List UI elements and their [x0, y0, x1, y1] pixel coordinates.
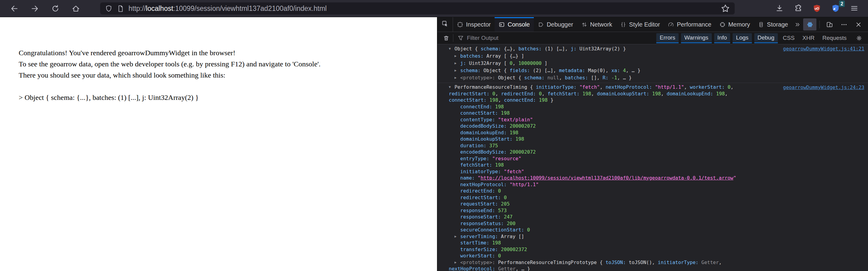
ublock-origin-button[interactable]: uO	[811, 2, 824, 15]
console-token: workerStart:	[690, 84, 727, 90]
download-icon	[775, 4, 784, 13]
console-line: startTime: 198	[437, 240, 868, 246]
shield-icon[interactable]	[105, 5, 113, 12]
tab-storage[interactable]: Storage	[754, 17, 792, 32]
expand-arrow[interactable]: ▶	[455, 259, 460, 266]
indent-spacer	[455, 240, 460, 246]
expand-arrow[interactable]: ▶	[455, 233, 460, 240]
indent-spacer	[455, 103, 460, 110]
console-token: schema:	[481, 46, 504, 52]
back-button[interactable]	[8, 2, 21, 15]
forward-icon	[31, 4, 39, 13]
extension-badge: 2	[839, 1, 845, 7]
indent-spacer	[455, 214, 460, 220]
indent-spacer	[455, 169, 460, 175]
expand-arrow[interactable]: ▶	[455, 67, 460, 74]
url-text[interactable]: http://localhost:10099/session/viewhtml1…	[128, 4, 327, 13]
url-bar[interactable]: http://localhost:10099/session/viewhtml1…	[100, 2, 735, 14]
tab-inspector[interactable]: Inspector	[453, 17, 495, 32]
filter-errors-button[interactable]: Errors	[656, 33, 679, 43]
indent-spacer	[455, 162, 460, 169]
expand-arrow[interactable]: ▼	[449, 84, 455, 91]
filter-info-button[interactable]: Info	[714, 33, 731, 43]
browser-toolbar: http://localhost:10099/session/viewhtml1…	[0, 0, 868, 17]
console-token: ,	[591, 91, 597, 97]
console-line: domainLookupStart: 198	[437, 136, 868, 143]
console-token: PerformanceResourceTiming {	[455, 84, 536, 90]
filter-xhr-button[interactable]: XHR	[803, 35, 815, 41]
extensions-button[interactable]	[792, 2, 805, 15]
filter-logs-button[interactable]: Logs	[733, 33, 752, 43]
extensions-icon	[794, 4, 803, 13]
source-link[interactable]: geoarrowDummyWidget.js:41:21	[783, 46, 864, 52]
console-filterbar: Filter Output ErrorsWarningsInfoLogsDebu…	[437, 32, 868, 44]
app-menu-button[interactable]	[848, 2, 861, 15]
more-tabs-button[interactable]	[792, 17, 803, 32]
resource-url-link[interactable]: http://localhost:10099/session/viewhtml1…	[480, 175, 733, 181]
console-token: 200	[507, 220, 516, 226]
password-manager-icon	[832, 4, 840, 13]
filter-buttons: ErrorsWarningsInfoLogsDebugCSSXHRRequest…	[655, 33, 850, 43]
expand-arrow[interactable]: ▶	[455, 74, 460, 82]
console-token: toJSON(),	[629, 260, 658, 265]
console-token: Object {	[484, 68, 510, 73]
console-token: 0	[510, 60, 513, 66]
clear-console-button[interactable]	[441, 33, 451, 43]
tab-network[interactable]: Network	[577, 17, 616, 32]
tab-style-editor[interactable]: Style Editor	[616, 17, 664, 32]
page-icon[interactable]	[117, 5, 124, 12]
svg-text:uO: uO	[815, 7, 819, 10]
expand-arrow[interactable]: ▶	[455, 60, 460, 67]
reload-button[interactable]	[49, 2, 62, 15]
devtools-panel: InspectorConsoleDebuggerNetworkStyle Edi…	[437, 17, 868, 271]
console-token: responseStart:	[460, 214, 504, 220]
console-line: ▶<prototype>: Object { schema: null, bat…	[437, 74, 868, 82]
tab-console[interactable]: Console	[495, 17, 533, 32]
devtools-menu-button[interactable]	[837, 19, 850, 30]
console-token: entryType:	[460, 156, 492, 161]
console-token: <prototype>:	[460, 260, 498, 265]
console-line: decodedBodySize: 200002072	[437, 123, 868, 129]
console-token: Map(0),	[588, 68, 611, 73]
console-token: null	[548, 75, 559, 81]
indent-spacer	[455, 143, 460, 149]
tab-performance[interactable]: Performance	[664, 17, 715, 32]
tab-debugger[interactable]: Debugger	[534, 17, 577, 32]
console-token: ,	[731, 84, 734, 90]
console-token: 200002072	[510, 149, 536, 155]
console-token: , … }	[626, 68, 640, 73]
password-manager-button[interactable]: 2	[829, 2, 842, 15]
pick-element-icon	[442, 21, 448, 28]
console-token: "http/1.1"	[655, 84, 684, 90]
filter-css-button[interactable]: CSS	[783, 35, 795, 41]
console-token: ,	[661, 91, 666, 97]
console-token: xa:	[611, 68, 623, 73]
console-token: 198	[582, 91, 591, 97]
tab-label: Inspector	[466, 21, 491, 28]
filter-warnings-button[interactable]: Warnings	[681, 33, 712, 43]
console-line: responseStart: 247	[437, 214, 868, 220]
home-button[interactable]	[69, 2, 82, 15]
console-token: Array []	[501, 234, 524, 239]
close-devtools-button[interactable]	[852, 19, 865, 30]
console-token: ]	[542, 60, 548, 66]
filter-requests-button[interactable]: Requests	[823, 35, 846, 41]
expand-arrow[interactable]: ▶	[455, 53, 460, 60]
source-link[interactable]: geoarrowDummyWidget.js:24:23	[783, 85, 864, 90]
memory-icon	[719, 22, 726, 28]
console-settings-button[interactable]	[854, 33, 864, 43]
console-token: 0	[504, 194, 507, 200]
pick-element-button[interactable]	[437, 17, 453, 32]
responsive-design-button[interactable]	[823, 19, 836, 30]
console-token: Uint32Array(2) }	[579, 46, 626, 52]
tab-memory[interactable]: Memory	[715, 17, 754, 32]
downloads-button[interactable]	[773, 2, 786, 15]
filter-output-input[interactable]: Filter Output	[455, 35, 655, 41]
console-token: 198	[501, 110, 510, 116]
console-token: j:	[460, 60, 469, 66]
bookmark-star-icon[interactable]	[721, 4, 730, 13]
forward-button[interactable]	[28, 2, 41, 15]
filter-debug-button[interactable]: Debug	[754, 33, 778, 43]
devtools-extension-button[interactable]	[803, 19, 816, 30]
expand-arrow[interactable]: ▼	[449, 45, 455, 53]
